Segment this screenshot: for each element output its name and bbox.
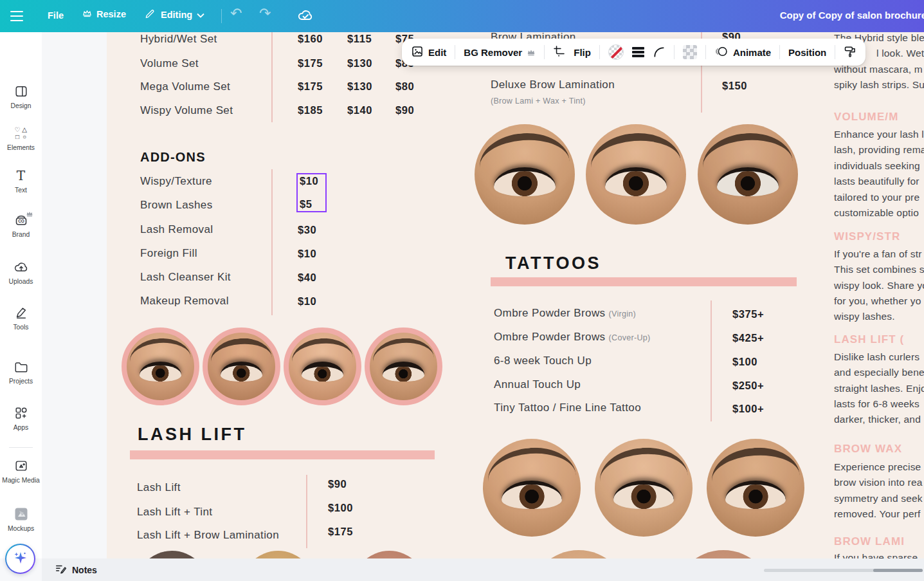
sidebar-item-brand[interactable]: CO Brand <box>0 212 42 238</box>
price: $90 <box>328 478 347 490</box>
border-color-icon[interactable] <box>608 44 624 60</box>
file-menu-button[interactable]: File <box>48 10 64 21</box>
sidebar-item-magic-media[interactable]: Magic Media <box>0 458 42 484</box>
toolbar-divider <box>455 45 455 59</box>
horizontal-scrollbar[interactable] <box>764 569 923 572</box>
brow-photo[interactable] <box>475 124 575 225</box>
brow-photo-partial[interactable] <box>529 550 629 558</box>
pink-heading: VOLUME/M <box>834 111 898 124</box>
undo-button[interactable]: ↶ <box>230 5 242 22</box>
sidebar-label: Design <box>10 102 31 109</box>
body-text-line: individuals seeking <box>834 160 920 172</box>
body-text-line: for you, whether yo <box>834 295 921 307</box>
sidebar-item-elements[interactable]: ♡△□○ Elements <box>0 125 42 151</box>
design-canvas-page[interactable]: Hybrid/Wet Set $160 $115 $75 Volume Set … <box>107 32 924 558</box>
selected-text-box[interactable]: $10 $5 <box>296 173 327 212</box>
sidebar-label: Magic Media <box>2 477 39 484</box>
bottom-bar: Notes <box>42 558 924 581</box>
price: $90 <box>395 104 414 116</box>
notes-button[interactable]: Notes <box>55 563 97 576</box>
price: $150 <box>722 80 747 92</box>
price: $185 <box>298 104 323 116</box>
hamburger-menu-icon[interactable] <box>10 11 23 21</box>
body-text-line: Experience precise <box>834 461 921 473</box>
top-menu-bar: File Resize Editing ↶ ↷ Copy o <box>0 0 924 32</box>
edit-image-button[interactable]: Edit <box>411 45 446 60</box>
lash-photo-partial[interactable] <box>241 551 315 558</box>
price: $375+ <box>732 308 764 320</box>
pink-divider <box>711 300 712 421</box>
price: $160 <box>298 33 323 45</box>
object-panel-sidebar: Design ♡△□○ Elements T Text CO Brand <box>0 32 42 558</box>
body-text-line: l look. Wet l <box>876 48 924 59</box>
elements-icon: ♡△□○ <box>14 125 29 141</box>
lash-photo-partial[interactable] <box>352 551 426 558</box>
sidebar-divider <box>9 447 33 448</box>
brow-photo[interactable] <box>586 124 686 225</box>
brow-photo[interactable] <box>483 439 581 537</box>
sidebar-item-design[interactable]: Design <box>0 84 42 109</box>
lash-photo[interactable] <box>284 327 361 405</box>
canva-assistant-button[interactable] <box>5 544 35 574</box>
body-text-line: tailored to your pre <box>834 192 919 203</box>
resize-label: Resize <box>96 9 126 19</box>
price: $5 <box>298 187 325 210</box>
service-name: Ombre Powder Brows (Virgin) <box>494 307 636 320</box>
document-title[interactable]: Copy of Copy of salon brochure <box>780 10 924 21</box>
apps-icon <box>14 405 29 421</box>
lash-photo[interactable] <box>203 327 280 405</box>
service-name: Wispy Volume Set <box>140 104 233 117</box>
sidebar-label: Apps <box>14 424 28 431</box>
redo-button[interactable]: ↷ <box>259 5 271 22</box>
body-text-line: This set combines s <box>834 264 924 275</box>
sidebar-item-mockups[interactable]: Mockups <box>0 506 42 532</box>
file-label: File <box>48 10 64 21</box>
sidebar-item-tools[interactable]: Tools <box>0 305 42 331</box>
price: $175 <box>328 526 353 538</box>
resize-button[interactable]: Resize <box>82 9 126 19</box>
body-text-line: straight lashes. Enjo <box>834 383 924 394</box>
body-text-line: and especially bene <box>834 367 924 378</box>
cloud-save-icon[interactable] <box>297 8 314 26</box>
uploads-icon <box>14 259 29 275</box>
flip-button[interactable]: Flip <box>574 47 591 58</box>
corner-rounding-icon[interactable] <box>653 46 666 59</box>
lash-photo-partial[interactable] <box>135 551 209 558</box>
lash-photo[interactable] <box>365 327 442 405</box>
transparency-icon[interactable] <box>683 45 697 59</box>
magic-media-icon <box>14 458 29 474</box>
sidebar-item-uploads[interactable]: Uploads <box>0 259 42 285</box>
edit-image-icon <box>411 45 424 60</box>
sidebar-label: Uploads <box>9 278 33 285</box>
service-name: Brown Lashes <box>140 199 213 212</box>
sidebar-item-projects[interactable]: Projects <box>0 359 42 385</box>
editing-mode-dropdown[interactable]: Editing <box>145 8 204 21</box>
body-text-line: removed. Your perf <box>834 508 921 520</box>
price: $175 <box>298 80 323 93</box>
brow-photo[interactable] <box>698 124 798 225</box>
position-label: Position <box>788 47 826 58</box>
projects-icon <box>14 359 29 374</box>
sidebar-item-text[interactable]: T Text <box>0 168 42 194</box>
body-text-line: If you have sparse <box>834 552 918 558</box>
brow-photo[interactable] <box>595 439 693 537</box>
topbar-divider <box>221 9 222 23</box>
animate-label: Animate <box>733 47 771 58</box>
bg-remover-button[interactable]: BG Remover <box>464 47 536 58</box>
toolbar-divider <box>544 45 545 59</box>
sidebar-item-apps[interactable]: Apps <box>0 405 42 431</box>
brow-photo[interactable] <box>707 439 804 537</box>
body-text-line: lasts for 6-8 weeks <box>834 398 919 410</box>
lash-photo[interactable] <box>122 327 199 405</box>
scrollbar-thumb[interactable] <box>873 569 923 572</box>
copy-style-button[interactable] <box>844 45 856 60</box>
animate-button[interactable]: Animate <box>714 45 771 60</box>
crop-button[interactable] <box>553 45 565 59</box>
service-name: 6-8 week Touch Up <box>494 355 592 367</box>
line-weight-icon[interactable] <box>632 47 644 57</box>
brow-photo-partial[interactable] <box>673 550 774 558</box>
sidebar-label: Tools <box>13 324 28 331</box>
service-name: Lash Lift <box>137 481 181 494</box>
position-button[interactable]: Position <box>788 47 826 58</box>
body-text-line: If you're a fan of str <box>834 248 922 260</box>
